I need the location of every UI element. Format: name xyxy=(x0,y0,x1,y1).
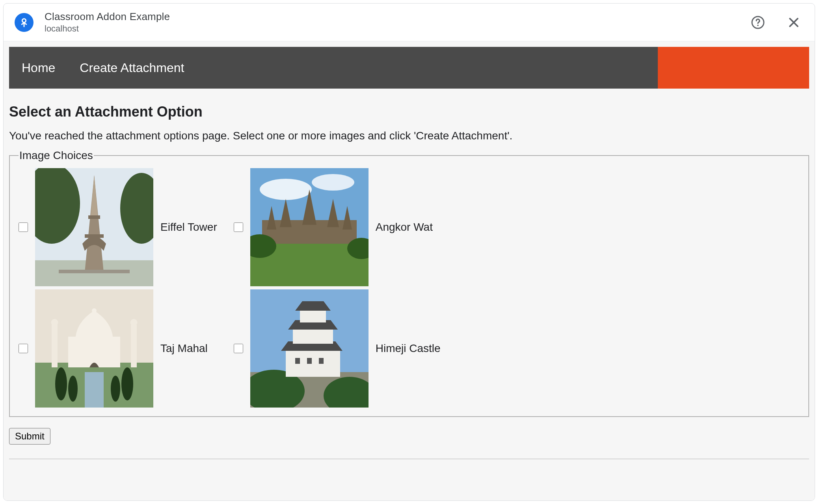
image-choices-legend: Image Choices xyxy=(19,149,94,162)
help-icon xyxy=(751,15,765,30)
choice-eiffel-tower[interactable]: Eiffel Tower xyxy=(19,168,224,286)
choice-taj-mahal[interactable]: Taj Mahal xyxy=(19,289,224,408)
svg-point-27 xyxy=(121,367,133,400)
svg-point-20 xyxy=(92,308,97,313)
svg-rect-35 xyxy=(293,330,333,344)
svg-rect-9 xyxy=(59,270,130,273)
choice-label: Taj Mahal xyxy=(158,342,215,355)
dialog-body: Home Create Attachment Select an Attachm… xyxy=(4,41,815,500)
navbar-accent xyxy=(658,47,809,89)
nav-home[interactable]: Home xyxy=(22,61,55,75)
svg-point-24 xyxy=(130,319,138,326)
addon-logo-icon xyxy=(15,13,34,32)
dialog-titles: Classroom Addon Example localhost xyxy=(45,11,749,34)
divider xyxy=(9,459,809,459)
svg-rect-8 xyxy=(85,234,104,238)
navbar: Home Create Attachment xyxy=(9,47,809,89)
svg-rect-25 xyxy=(85,372,104,408)
navbar-left: Home Create Attachment xyxy=(9,47,184,89)
svg-point-2 xyxy=(757,24,759,26)
image-choices-fieldset: Image Choices xyxy=(9,149,809,417)
thumb-eiffel-tower xyxy=(35,168,153,286)
thumb-himeji-castle xyxy=(250,289,369,408)
help-button[interactable] xyxy=(749,14,767,31)
svg-rect-21 xyxy=(52,325,58,367)
dialog-subtitle: localhost xyxy=(45,24,749,34)
dialog-header-actions xyxy=(749,14,802,31)
thumb-taj-mahal xyxy=(35,289,153,408)
svg-rect-36 xyxy=(300,311,326,322)
thumb-angkor-wat xyxy=(250,168,369,286)
checkbox-angkor-wat[interactable] xyxy=(234,222,243,232)
checkbox-eiffel-tower[interactable] xyxy=(19,222,28,232)
image-choice-grid: Eiffel Tower xyxy=(19,168,800,408)
svg-point-22 xyxy=(51,319,58,326)
page-title: Select an Attachment Option xyxy=(9,104,809,120)
svg-rect-34 xyxy=(286,351,340,377)
submit-button[interactable]: Submit xyxy=(9,428,50,445)
svg-point-28 xyxy=(68,376,78,402)
svg-rect-39 xyxy=(319,358,324,364)
choice-label: Himeji Castle xyxy=(373,342,448,355)
checkbox-himeji-castle[interactable] xyxy=(234,344,243,353)
svg-rect-37 xyxy=(295,358,300,364)
dialog-header: Classroom Addon Example localhost xyxy=(4,4,815,41)
svg-point-29 xyxy=(111,376,120,402)
nav-create-attachment[interactable]: Create Attachment xyxy=(80,61,184,75)
navbar-spacer xyxy=(184,47,658,89)
choice-label: Angkor Wat xyxy=(373,221,440,233)
svg-rect-7 xyxy=(88,215,100,219)
addon-dialog: Classroom Addon Example localhost Home xyxy=(3,3,815,501)
svg-rect-38 xyxy=(307,358,312,364)
svg-rect-23 xyxy=(131,325,137,367)
svg-point-26 xyxy=(55,367,67,400)
choice-label: Eiffel Tower xyxy=(158,221,224,233)
dialog-title: Classroom Addon Example xyxy=(45,11,749,23)
choice-angkor-wat[interactable]: Angkor Wat xyxy=(234,168,448,286)
checkbox-taj-mahal[interactable] xyxy=(19,344,28,353)
svg-point-11 xyxy=(260,179,312,200)
close-button[interactable] xyxy=(785,14,802,31)
close-icon xyxy=(787,16,800,29)
svg-point-12 xyxy=(312,174,354,191)
page-description: You've reached the attachment options pa… xyxy=(9,130,809,142)
choice-himeji-castle[interactable]: Himeji Castle xyxy=(234,289,448,408)
